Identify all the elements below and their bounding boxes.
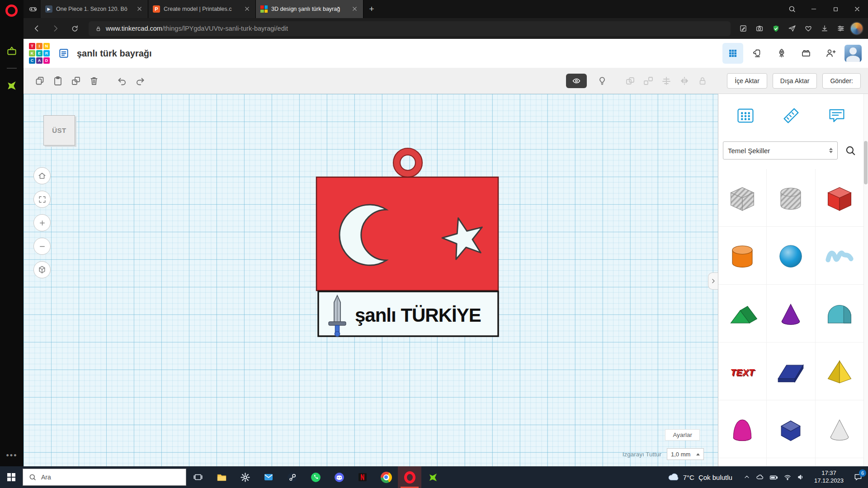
onedrive-cloud-icon[interactable] bbox=[756, 473, 764, 481]
taskbar-clock[interactable]: 17:37 17.12.2023 bbox=[810, 469, 848, 485]
tab-one-piece[interactable]: ▶ One Piece 1. Sezon 120. Bö bbox=[41, 0, 148, 18]
adblock-shield-icon[interactable] bbox=[769, 21, 783, 36]
back-button[interactable] bbox=[28, 21, 45, 36]
account-avatar[interactable] bbox=[844, 45, 862, 62]
import-button[interactable]: İçe Aktar bbox=[727, 73, 767, 89]
settings-gear-icon[interactable] bbox=[233, 466, 257, 488]
shape-purple-cone[interactable] bbox=[767, 285, 815, 343]
shape-hole-box[interactable] bbox=[718, 169, 767, 227]
start-button[interactable] bbox=[0, 466, 23, 488]
sliders-icon[interactable] bbox=[834, 21, 848, 36]
workplane-tool-icon[interactable] bbox=[735, 105, 756, 127]
shape-white-cone[interactable] bbox=[816, 400, 864, 458]
rocket-button[interactable] bbox=[771, 43, 792, 64]
shape-pink-paraboloid[interactable] bbox=[718, 400, 767, 458]
tips-bulb-button[interactable] bbox=[593, 72, 611, 90]
align-button[interactable] bbox=[657, 72, 675, 90]
bricks-button[interactable] bbox=[796, 43, 816, 64]
tray-chevron-icon[interactable] bbox=[743, 474, 750, 481]
flow-send-icon[interactable] bbox=[785, 21, 799, 36]
shape-blue-wedge[interactable] bbox=[767, 343, 815, 400]
volume-icon[interactable] bbox=[797, 473, 805, 481]
ungroup-button[interactable] bbox=[639, 72, 657, 90]
shape-blue-polygon[interactable] bbox=[767, 400, 815, 458]
gx-app-icon[interactable] bbox=[6, 80, 18, 91]
duplicate-button[interactable] bbox=[67, 72, 85, 90]
snap-grid-select[interactable]: 1,0 mm bbox=[667, 448, 704, 460]
shapes-search-button[interactable] bbox=[841, 141, 859, 160]
grid-view-button[interactable] bbox=[722, 43, 743, 64]
wifi-icon[interactable] bbox=[783, 473, 792, 481]
action-center-button[interactable]: 6 bbox=[848, 466, 868, 488]
collapse-panel-button[interactable] bbox=[708, 272, 718, 290]
tab-printables[interactable]: P Create model | Printables.c bbox=[148, 0, 256, 18]
maximize-button[interactable] bbox=[825, 0, 846, 18]
tinkercad-logo[interactable]: TIN KER CAD bbox=[29, 43, 50, 64]
discord-icon[interactable] bbox=[327, 466, 351, 488]
ruler-tool-icon[interactable] bbox=[780, 105, 802, 127]
notes-tool-icon[interactable] bbox=[826, 105, 848, 127]
design-canvas[interactable]: ÜST bbox=[24, 94, 718, 466]
shape-red-text[interactable]: TEXT TEXT bbox=[718, 343, 767, 400]
settings-button[interactable]: Ayarlar bbox=[665, 429, 700, 441]
reload-button[interactable] bbox=[66, 21, 83, 36]
battery-icon[interactable] bbox=[769, 473, 778, 482]
shape-orange-cylinder[interactable] bbox=[718, 227, 767, 285]
taskbar-search-input[interactable]: Ara bbox=[23, 469, 186, 486]
minimize-button[interactable] bbox=[803, 0, 825, 18]
green-app-icon[interactable] bbox=[421, 466, 445, 488]
copy-button[interactable] bbox=[31, 72, 49, 90]
shapes-category-select[interactable]: Temel Şekiller bbox=[723, 141, 838, 160]
shape-teal-round-roof[interactable] bbox=[816, 285, 864, 343]
close-button[interactable] bbox=[846, 0, 868, 18]
download-icon[interactable] bbox=[817, 21, 832, 36]
tab1-close-icon[interactable] bbox=[136, 5, 143, 13]
basket-icon[interactable] bbox=[6, 45, 18, 57]
keyring[interactable] bbox=[393, 148, 422, 177]
url-field[interactable]: www.tinkercad.com/things/lPYgdaVUVtv-san… bbox=[89, 21, 731, 36]
netflix-icon[interactable] bbox=[351, 466, 374, 488]
delete-button[interactable] bbox=[85, 72, 103, 90]
extension-edit-icon[interactable] bbox=[736, 21, 750, 36]
browser-profile-avatar[interactable] bbox=[850, 22, 863, 35]
shape-red-box[interactable] bbox=[816, 169, 864, 227]
redo-button[interactable] bbox=[131, 72, 149, 90]
bookmark-heart-icon[interactable] bbox=[801, 21, 816, 36]
panel-scrollbar[interactable] bbox=[863, 94, 868, 466]
paste-button[interactable] bbox=[49, 72, 67, 90]
file-explorer-icon[interactable] bbox=[210, 466, 233, 488]
workspace-gamepad-icon[interactable] bbox=[25, 0, 41, 18]
forward-button[interactable] bbox=[47, 21, 64, 36]
steam-icon[interactable] bbox=[280, 466, 304, 488]
send-button[interactable]: Gönder: bbox=[822, 73, 861, 89]
tab-search-icon[interactable] bbox=[781, 0, 803, 18]
opera-icon[interactable] bbox=[398, 466, 421, 488]
shape-blue-sphere[interactable] bbox=[767, 227, 815, 285]
opera-logo-icon[interactable] bbox=[5, 5, 18, 17]
tab-tinkercad[interactable]: 3D design şanlı türk bayrağ bbox=[256, 0, 363, 18]
sidebar-more-icon[interactable]: ••• bbox=[0, 451, 24, 460]
new-tab-button[interactable]: + bbox=[363, 0, 380, 18]
shape-green-roof[interactable] bbox=[718, 285, 767, 343]
chrome-icon[interactable] bbox=[374, 466, 398, 488]
export-button[interactable]: Dışa Aktar bbox=[773, 73, 817, 89]
undo-button[interactable] bbox=[113, 72, 131, 90]
lock-button[interactable] bbox=[693, 72, 712, 90]
shape-hole-cylinder[interactable] bbox=[767, 169, 815, 227]
design-menu-icon[interactable] bbox=[56, 46, 71, 61]
tab2-close-icon[interactable] bbox=[244, 5, 251, 13]
task-view-button[interactable] bbox=[186, 466, 210, 488]
show-all-button[interactable] bbox=[566, 74, 587, 88]
panel-scrollbar-thumb[interactable] bbox=[864, 141, 868, 184]
mail-icon[interactable] bbox=[257, 466, 280, 488]
shape-scribble[interactable] bbox=[816, 227, 864, 285]
sim-lab-mitt-button[interactable] bbox=[747, 43, 768, 64]
shape-yellow-pyramid[interactable] bbox=[816, 343, 864, 400]
mirror-button[interactable] bbox=[675, 72, 693, 90]
snapshot-camera-icon[interactable] bbox=[752, 21, 767, 36]
weather-widget[interactable]: 7°C Çok bulutlu bbox=[661, 471, 739, 483]
whatsapp-icon[interactable] bbox=[304, 466, 327, 488]
invite-person-button[interactable] bbox=[820, 43, 841, 64]
group-button[interactable] bbox=[621, 72, 639, 90]
tab3-close-icon[interactable] bbox=[351, 5, 359, 13]
